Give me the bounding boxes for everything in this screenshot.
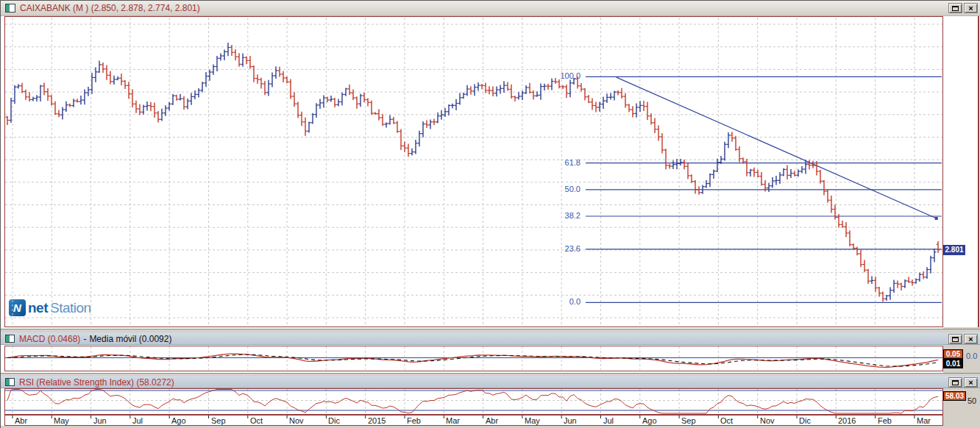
month-label: Oct xyxy=(720,416,733,425)
macd-zero-label: 0.0 xyxy=(966,352,977,360)
macd-panel-icon xyxy=(5,335,15,343)
macd-signal-title: Media móvil (0.0092) xyxy=(89,334,171,344)
fib-level-label: 38.2 xyxy=(545,211,580,220)
month-label: Jun xyxy=(93,416,107,425)
rsi-midline-label: 50 xyxy=(967,396,976,405)
netstation-logo-icon: N xyxy=(9,299,26,316)
maximize-icon xyxy=(952,6,959,11)
month-label: May xyxy=(525,416,540,425)
macd-separator: - xyxy=(80,334,89,344)
month-label: Abr xyxy=(486,416,498,425)
symbol-title: CAIXABANK (M ) (2.850, 2.878, 2.774, 2.8… xyxy=(20,3,200,13)
netstation-chart-window: CAIXABANK (M ) (2.850, 2.878, 2.774, 2.8… xyxy=(0,0,980,428)
month-label: Abr xyxy=(15,416,27,425)
month-label: Ago xyxy=(171,416,186,425)
rsi-plot[interactable] xyxy=(4,388,943,415)
maximize-icon xyxy=(952,380,959,385)
macd-signal-badge: 0.01 xyxy=(943,359,963,368)
current-price-badge: 2.801 xyxy=(943,245,965,255)
watermark-net: net xyxy=(28,300,48,316)
fib-level-label: 100.0 xyxy=(545,71,580,80)
month-label: Nov xyxy=(289,416,304,425)
rsi-panel-icon xyxy=(5,378,15,386)
month-label: Feb xyxy=(878,416,892,425)
month-label: Sep xyxy=(211,416,226,425)
fib-level-label: 50.0 xyxy=(545,185,580,193)
chart-window-icon xyxy=(5,4,15,13)
month-label: 2015 xyxy=(368,416,386,425)
price-chart-plot[interactable] xyxy=(4,16,943,327)
month-label: May xyxy=(54,416,69,425)
fib-level-label: 0.0 xyxy=(545,297,580,306)
rsi-header[interactable]: RSI (Relative Strength Index) (58.0272) … xyxy=(1,376,980,388)
netstation-watermark: N netStation xyxy=(9,299,91,316)
watermark-station: Station xyxy=(50,300,91,316)
rsi-title: RSI (Relative Strength Index) (58.0272) xyxy=(19,377,174,388)
price-axis: 2.22.42.62.83.03.23.43.63.84.04.24.44.64… xyxy=(943,16,980,327)
macd-header[interactable]: MACD (0.0468)-Media móvil (0.0092) × xyxy=(1,332,980,345)
macd-maximize-button[interactable] xyxy=(948,334,962,344)
month-label: Mar xyxy=(446,416,460,425)
close-button[interactable]: × xyxy=(964,3,978,13)
month-label: Feb xyxy=(407,416,421,425)
month-label: Dic xyxy=(328,416,340,425)
month-label: Oct xyxy=(250,416,263,425)
window-right-border xyxy=(978,16,979,327)
month-label: Jul xyxy=(132,416,143,425)
month-label: Jun xyxy=(564,416,577,425)
rsi-value-badge: 58.03 xyxy=(943,391,966,401)
rsi-maximize-button[interactable] xyxy=(948,377,962,388)
macd-title: MACD (0.0468) xyxy=(19,334,80,344)
macd-value-badge: 0.05 xyxy=(943,349,963,359)
month-label: Sep xyxy=(681,416,696,425)
maximize-icon xyxy=(952,337,959,342)
macd-close-button[interactable]: × xyxy=(964,334,978,344)
month-label: Jul xyxy=(603,416,614,425)
rsi-close-button[interactable]: × xyxy=(964,377,978,388)
fib-level-label: 61.8 xyxy=(545,158,580,167)
main-titlebar[interactable]: CAIXABANK (M ) (2.850, 2.878, 2.774, 2.8… xyxy=(1,1,980,16)
macd-plot[interactable] xyxy=(4,346,943,371)
maximize-button[interactable] xyxy=(948,3,962,13)
month-label: Mar xyxy=(917,416,931,425)
month-label: 2016 xyxy=(838,416,856,425)
month-label: Ago xyxy=(642,416,657,425)
month-label: Nov xyxy=(760,416,775,425)
fib-level-label: 23.6 xyxy=(545,244,580,253)
month-label: Dic xyxy=(799,416,811,425)
